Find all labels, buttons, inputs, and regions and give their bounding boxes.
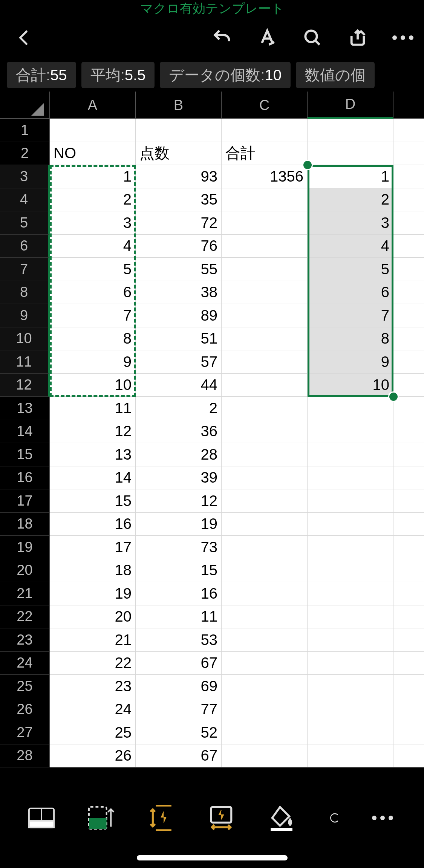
- fill-color-button[interactable]: [266, 803, 297, 833]
- row-header[interactable]: 19: [0, 536, 50, 559]
- cell[interactable]: [393, 235, 424, 258]
- column-header-A[interactable]: A: [50, 92, 136, 119]
- cell[interactable]: [308, 397, 393, 420]
- cell[interactable]: [393, 489, 424, 513]
- cell[interactable]: [222, 420, 308, 443]
- home-indicator[interactable]: [137, 855, 288, 860]
- cell[interactable]: 26: [50, 744, 136, 768]
- cell[interactable]: [393, 281, 424, 304]
- cell[interactable]: 55: [136, 258, 222, 281]
- cell[interactable]: 8: [308, 327, 393, 351]
- cell[interactable]: 44: [136, 374, 222, 397]
- cell[interactable]: 3: [308, 211, 393, 235]
- cell[interactable]: [393, 397, 424, 420]
- search-button[interactable]: [300, 26, 325, 50]
- cell[interactable]: 13: [50, 443, 136, 466]
- auto-height-button[interactable]: [146, 803, 176, 833]
- cell[interactable]: [222, 721, 308, 744]
- cell[interactable]: [393, 119, 424, 142]
- row-header[interactable]: 26: [0, 698, 50, 721]
- cell[interactable]: [393, 327, 424, 351]
- cell[interactable]: [222, 513, 308, 536]
- cell[interactable]: [222, 350, 308, 374]
- column-header-C[interactable]: C: [222, 92, 308, 119]
- row-header[interactable]: 1: [0, 119, 50, 142]
- cell[interactable]: [393, 188, 424, 212]
- cell[interactable]: [308, 582, 393, 605]
- cell[interactable]: 5: [50, 258, 136, 281]
- cell[interactable]: 3: [50, 211, 136, 235]
- cell[interactable]: [393, 675, 424, 698]
- column-header-B[interactable]: B: [136, 92, 222, 119]
- cell[interactable]: 51: [136, 327, 222, 351]
- row-header[interactable]: 27: [0, 721, 50, 744]
- cell[interactable]: [222, 698, 308, 721]
- cell[interactable]: [222, 744, 308, 768]
- stat-avg[interactable]: 平均: 5.5: [81, 62, 155, 88]
- cell[interactable]: 合計: [222, 142, 308, 165]
- cell[interactable]: [308, 744, 393, 768]
- row-header[interactable]: 24: [0, 652, 50, 675]
- back-button[interactable]: [9, 23, 39, 53]
- cell[interactable]: [308, 119, 393, 142]
- cell[interactable]: [308, 628, 393, 652]
- cell[interactable]: [222, 235, 308, 258]
- row-header[interactable]: 22: [0, 605, 50, 629]
- cell[interactable]: [308, 513, 393, 536]
- cell[interactable]: [393, 374, 424, 397]
- cell[interactable]: 23: [50, 675, 136, 698]
- cell[interactable]: [393, 721, 424, 744]
- cell[interactable]: [393, 466, 424, 490]
- cell[interactable]: 9: [308, 350, 393, 374]
- cell[interactable]: [393, 420, 424, 443]
- cell[interactable]: [308, 675, 393, 698]
- cell[interactable]: [393, 536, 424, 559]
- select-all-corner[interactable]: [0, 92, 50, 119]
- cell[interactable]: [222, 675, 308, 698]
- cell[interactable]: 72: [136, 211, 222, 235]
- auto-width-button[interactable]: [206, 803, 236, 833]
- cell[interactable]: 11: [50, 397, 136, 420]
- cell[interactable]: [308, 489, 393, 513]
- cell[interactable]: [393, 350, 424, 374]
- cell[interactable]: 17: [50, 536, 136, 559]
- cell[interactable]: 4: [50, 235, 136, 258]
- cell[interactable]: 7: [308, 304, 393, 327]
- row-header[interactable]: 20: [0, 559, 50, 582]
- cell[interactable]: 52: [136, 721, 222, 744]
- cell[interactable]: 16: [136, 582, 222, 605]
- cell[interactable]: [308, 559, 393, 582]
- cell[interactable]: [222, 466, 308, 490]
- row-header[interactable]: 12: [0, 374, 50, 397]
- row-header[interactable]: 25: [0, 675, 50, 698]
- cell[interactable]: 89: [136, 304, 222, 327]
- cell[interactable]: 9: [50, 350, 136, 374]
- cell[interactable]: 24: [50, 698, 136, 721]
- cell[interactable]: 20: [50, 605, 136, 629]
- cell[interactable]: 2: [136, 397, 222, 420]
- cell[interactable]: [308, 536, 393, 559]
- cell[interactable]: [222, 211, 308, 235]
- cell[interactable]: [222, 559, 308, 582]
- cell[interactable]: 2: [50, 188, 136, 212]
- cell[interactable]: [222, 119, 308, 142]
- cell[interactable]: 2: [308, 188, 393, 212]
- more-button[interactable]: [391, 26, 415, 50]
- cell[interactable]: 1: [308, 165, 393, 188]
- cell[interactable]: 14: [50, 466, 136, 490]
- cell[interactable]: 22: [50, 652, 136, 675]
- cell[interactable]: 19: [136, 513, 222, 536]
- selection-handle-top-left[interactable]: [302, 160, 313, 170]
- cell[interactable]: [222, 327, 308, 351]
- partial-icon[interactable]: [326, 803, 338, 833]
- grid-body[interactable]: 12NO点数合計31931356142352537236476475555863…: [0, 119, 424, 782]
- row-header[interactable]: 2: [0, 142, 50, 165]
- card-view-button[interactable]: [26, 803, 57, 833]
- cell[interactable]: 39: [136, 466, 222, 490]
- cell[interactable]: 38: [136, 281, 222, 304]
- row-header[interactable]: 21: [0, 582, 50, 605]
- cell[interactable]: 21: [50, 628, 136, 652]
- cell[interactable]: [393, 304, 424, 327]
- cell[interactable]: [222, 605, 308, 629]
- cell[interactable]: [222, 281, 308, 304]
